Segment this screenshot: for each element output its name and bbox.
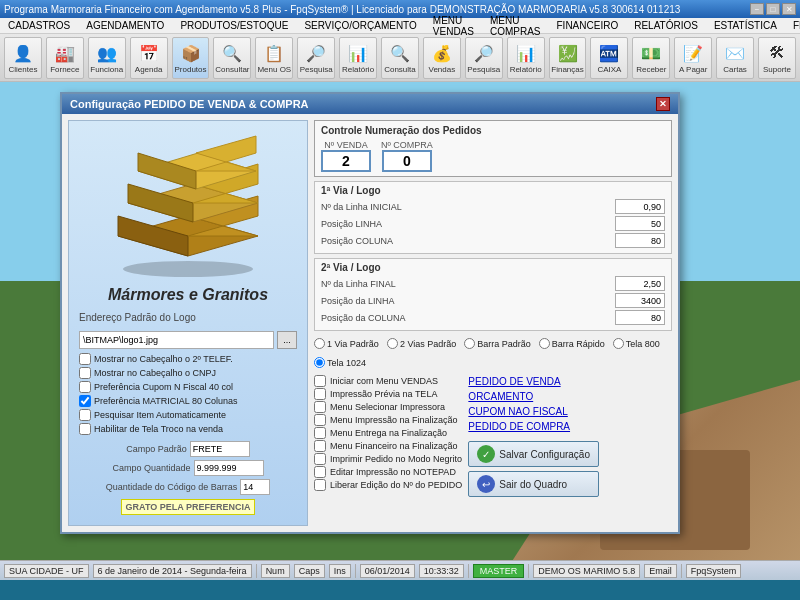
num-compra-label: Nº COMPRA xyxy=(381,140,433,150)
check-cupom[interactable] xyxy=(79,381,91,393)
btn-relatorio2[interactable]: 📊 Relatório xyxy=(507,37,545,79)
check-cnpj[interactable] xyxy=(79,367,91,379)
menu-compras[interactable]: MENU COMPRAS xyxy=(486,14,545,38)
menu-financeiro[interactable]: FINANCEIRO xyxy=(553,19,623,32)
menu-cadastros[interactable]: CADASTROS xyxy=(4,19,74,32)
menu-servico[interactable]: SERVIÇO/ORÇAMENTO xyxy=(300,19,420,32)
menu-os-icon: 📋 xyxy=(262,41,286,65)
btn-funciona[interactable]: 👥 Funciona xyxy=(88,37,126,79)
btn-consultar[interactable]: 🔍 Consultar xyxy=(213,37,251,79)
btn-pesquisa2[interactable]: 🔎 Pesquisa xyxy=(465,37,503,79)
btn-cartas[interactable]: ✉️ Cartas xyxy=(716,37,754,79)
orcamento-link[interactable]: ORCAMENTO xyxy=(468,390,599,403)
agenda-icon: 📅 xyxy=(137,41,161,65)
consultar-icon: 🔍 xyxy=(220,41,244,65)
pedido-compra-link[interactable]: PEDIDO DE COMPRA xyxy=(468,420,599,433)
right-panel: Controle Numeração dos Pedidos Nº VENDA … xyxy=(314,120,672,526)
btn-vendas[interactable]: 💰 Vendas xyxy=(423,37,461,79)
check-menu-impressora[interactable] xyxy=(314,401,326,413)
menu-estatistica[interactable]: ESTATÍSTICA xyxy=(710,19,781,32)
campo-padrao-input[interactable] xyxy=(190,441,250,457)
radio-2vias-padrao-label: 2 Vias Padrão xyxy=(400,339,456,349)
codigo-barras-input[interactable] xyxy=(240,479,270,495)
check-menu-financeiro[interactable] xyxy=(314,440,326,452)
via2-pos-coluna-input[interactable] xyxy=(615,310,665,325)
num-venda-input[interactable] xyxy=(321,150,371,172)
status-system: FpqSystem xyxy=(686,564,742,578)
dialog-close-btn[interactable]: ✕ xyxy=(656,97,670,111)
btn-consulta[interactable]: 🔍 Consulta xyxy=(381,37,419,79)
radio-tela-800-input[interactable] xyxy=(613,338,624,349)
radio-barra-padrao-input[interactable] xyxy=(464,338,475,349)
toolbar: 👤 Clientes 🏭 Fornece 👥 Funciona 📅 Agenda… xyxy=(0,34,800,82)
btn-financas[interactable]: 💹 Finanças xyxy=(549,37,587,79)
check-liberar-label: Liberar Edição do Nº do PEDIDO xyxy=(330,480,462,490)
check-menu-entrega[interactable] xyxy=(314,427,326,439)
via1-linha-inicial-input[interactable] xyxy=(615,199,665,214)
pedido-venda-link[interactable]: PEDIDO DE VENDA xyxy=(468,375,599,388)
via1-pos-coluna-label: Posição COLUNA xyxy=(321,236,393,246)
close-btn[interactable]: ✕ xyxy=(782,3,796,15)
btn-agenda[interactable]: 📅 Agenda xyxy=(130,37,168,79)
via1-pos-linha-input[interactable] xyxy=(615,216,665,231)
btn-menu-os[interactable]: 📋 Menu OS xyxy=(255,37,293,79)
num-compra-input[interactable] xyxy=(382,150,432,172)
radio-tela-1024-input[interactable] xyxy=(314,357,325,368)
cupom-link[interactable]: CUPOM NAO FISCAL xyxy=(468,405,599,418)
radio-tela-800: Tela 800 xyxy=(613,338,660,349)
funciona-icon: 👥 xyxy=(95,41,119,65)
btn-apagar[interactable]: 📝 A Pagar xyxy=(674,37,712,79)
radio-2vias-padrao-input[interactable] xyxy=(387,338,398,349)
btn-caixa[interactable]: 🏧 CAIXA xyxy=(590,37,628,79)
check-impressao-previa[interactable] xyxy=(314,388,326,400)
check-matricial[interactable] xyxy=(79,395,91,407)
rmenu-9: Liberar Edição do Nº do PEDIDO xyxy=(314,479,462,491)
maximize-btn[interactable]: □ xyxy=(766,3,780,15)
check-menu-impressao[interactable] xyxy=(314,414,326,426)
logo-path-input[interactable] xyxy=(79,331,274,349)
radio-barra-padrao-label: Barra Padrão xyxy=(477,339,531,349)
menu-produtos[interactable]: PRODUTOS/ESTOQUE xyxy=(176,19,292,32)
check-menu-vendas[interactable] xyxy=(314,375,326,387)
status-sep1 xyxy=(256,564,257,578)
brand-name: Mármores e Granitos xyxy=(108,286,268,304)
campo-quantidade-input[interactable] xyxy=(194,460,264,476)
menu-relatorios[interactable]: RELATÓRIOS xyxy=(630,19,702,32)
via1-pos-coluna-input[interactable] xyxy=(615,233,665,248)
btn-clientes[interactable]: 👤 Clientes xyxy=(4,37,42,79)
exit-btn[interactable]: ↩ Sair do Quadro xyxy=(468,471,599,497)
radio-barra-padrao: Barra Padrão xyxy=(464,338,531,349)
logo-browse-btn[interactable]: ... xyxy=(277,331,297,349)
status-demo: DEMO OS MARIMO 5.8 xyxy=(533,564,640,578)
check-troco[interactable] xyxy=(79,423,91,435)
btn-relatorio1[interactable]: 📊 Relatório xyxy=(339,37,377,79)
save-config-btn[interactable]: ✓ Salvar Configuração xyxy=(468,441,599,467)
receber-icon: 💵 xyxy=(639,41,663,65)
radio-barra-rapido-input[interactable] xyxy=(539,338,550,349)
menu-vendas[interactable]: MENU VENDAS xyxy=(429,14,478,38)
menu-ferramentas[interactable]: FERRAMENTAS xyxy=(789,19,800,32)
check-liberar[interactable] xyxy=(314,479,326,491)
dialog-content: Mármores e Granitos Endereço Padrão do L… xyxy=(62,114,678,532)
check-negrito[interactable] xyxy=(314,453,326,465)
via2-pos-linha-input[interactable] xyxy=(615,293,665,308)
via2-linha-final-label: Nº da Linha FINAL xyxy=(321,279,396,289)
radio-tela-1024: Tela 1024 xyxy=(314,357,366,368)
check-menu-entrega-label: Menu Entrega na Finalização xyxy=(330,428,447,438)
check-pesquisar[interactable] xyxy=(79,409,91,421)
rmenu-2: Impressão Prévia na TELA xyxy=(314,388,462,400)
radio-1via-padrao-input[interactable] xyxy=(314,338,325,349)
btn-produtos[interactable]: 📦 Produtos xyxy=(172,37,210,79)
check-telef[interactable] xyxy=(79,353,91,365)
btn-suporte[interactable]: 🛠 Suporte xyxy=(758,37,796,79)
check-notepad[interactable] xyxy=(314,466,326,478)
minimize-btn[interactable]: − xyxy=(750,3,764,15)
check-impressao-previa-label: Impressão Prévia na TELA xyxy=(330,389,437,399)
btn-receber[interactable]: 💵 Receber xyxy=(632,37,670,79)
vendas-icon: 💰 xyxy=(430,41,454,65)
btn-fornece[interactable]: 🏭 Fornece xyxy=(46,37,84,79)
right-menu-area: Iniciar com Menu VENDAS Impressão Prévia… xyxy=(314,375,462,497)
btn-pesquisa1[interactable]: 🔎 Pesquisa xyxy=(297,37,335,79)
menu-agendamento[interactable]: AGENDAMENTO xyxy=(82,19,168,32)
via2-linha-final-input[interactable] xyxy=(615,276,665,291)
